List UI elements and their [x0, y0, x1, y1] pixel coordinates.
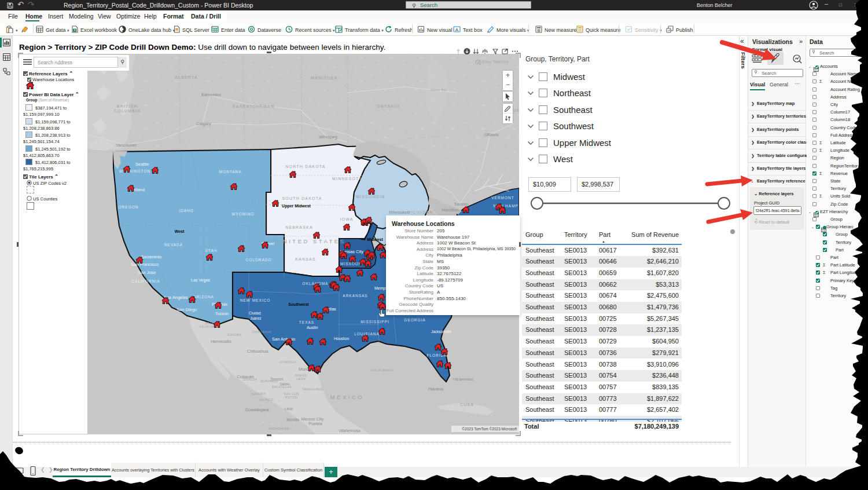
svg-text:A: A — [455, 27, 459, 32]
svg-text:X: X — [74, 29, 76, 32]
